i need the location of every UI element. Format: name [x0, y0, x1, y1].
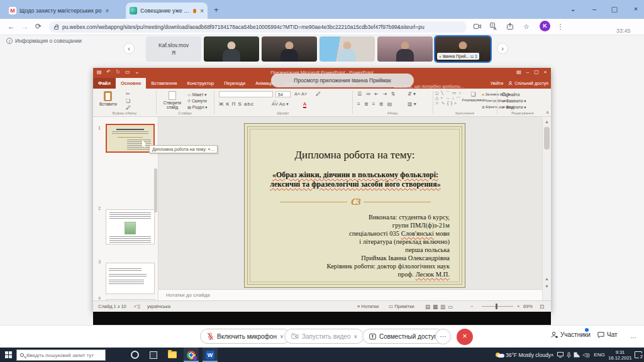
clock[interactable]: 9:31 16.12.2021 — [608, 348, 633, 362]
participant-tile-self[interactable]: Kaf.slov.mov Я — [146, 36, 201, 62]
copy-icon[interactable]: ❏ — [126, 98, 130, 104]
font-name-box[interactable] — [219, 91, 273, 97]
tab-file[interactable]: Файл — [93, 78, 116, 89]
font-size-box[interactable]: 54 — [275, 91, 291, 97]
participant-tile-active-speaker[interactable]: ◖ Іванна Прий... ⊡ 1 — [435, 36, 491, 62]
meeting-info[interactable]: i Информация о совещании — [6, 38, 82, 44]
participant-tile[interactable] — [377, 36, 433, 62]
language-indicator[interactable]: українська — [147, 304, 170, 309]
file-explorer-button[interactable] — [165, 348, 180, 362]
comments-toggle[interactable]: ▭ Примітки — [389, 304, 414, 309]
chevron-down-icon[interactable]: ∨ — [354, 334, 358, 339]
find-button[interactable]: Знайти — [502, 92, 519, 97]
browser-profile-avatar[interactable]: K — [540, 21, 550, 31]
reset-button[interactable]: ↺ Скинути — [187, 98, 207, 104]
collapse-ribbon-icon[interactable]: ∧ — [546, 110, 549, 115]
font-style-buttons[interactable]: Ж К П S abc — [219, 101, 254, 107]
cortana-button[interactable] — [127, 348, 142, 362]
participant-tile[interactable] — [319, 36, 375, 62]
ppt-restore-button[interactable]: ▢ — [532, 69, 541, 75]
unmute-button[interactable]: Включить микрофон ∨ — [200, 329, 291, 344]
ribbon-options-icon[interactable]: ▤ — [514, 69, 523, 75]
more-options-button[interactable]: ··· — [435, 329, 451, 344]
view-buttons[interactable]: ▤▦▥▭ — [425, 304, 455, 310]
spellcheck-icon[interactable]: ✓▯ — [133, 304, 140, 309]
share-content-button[interactable]: Совместный доступ — [362, 329, 445, 344]
word-taskbar-button[interactable]: W — [203, 348, 218, 362]
task-view-button[interactable] — [146, 348, 161, 362]
forward-icon[interactable]: → — [21, 22, 29, 31]
browser-menu-dots-icon[interactable]: ⋮ — [555, 21, 566, 32]
layout-button[interactable]: ▭ Макет ▾ — [187, 92, 206, 97]
list-buttons[interactable]: ☰ ≔ ⇤ ⇥ ⇅ — [357, 91, 396, 97]
character-spacing-icon[interactable]: A︠V︡ Aa ▾ — [272, 101, 289, 107]
slide-thumbnail-1[interactable] — [106, 124, 155, 153]
bookmark-star-icon[interactable]: ☆ — [521, 21, 532, 32]
font-color-icon[interactable]: A — [303, 101, 306, 108]
chrome-taskbar-button[interactable] — [184, 348, 199, 362]
new-slide-button[interactable]: Створити слайд — [160, 91, 185, 109]
weather-icon[interactable] — [494, 348, 506, 362]
zoom-percent[interactable]: 69% — [523, 304, 533, 309]
url-bar[interactable]: pu.webex.com/webappng/sites/pu/meeting/d… — [49, 21, 467, 33]
fit-slide-icon[interactable]: ⊡ — [540, 304, 544, 310]
format-painter-icon[interactable]: 🖉 — [126, 105, 131, 111]
canvas-scrollbar[interactable]: ▲ ▲ ▼ — [542, 118, 550, 300]
ppt-minimize-button[interactable]: – — [523, 69, 532, 75]
ppt-close-button[interactable]: × — [541, 69, 550, 75]
notes-toggle[interactable]: ≡ Нотатки — [357, 304, 379, 309]
window-maximize-button[interactable]: ▢ — [605, 0, 624, 18]
cut-icon[interactable]: ✂ — [126, 91, 130, 97]
strip-scroll-left-button[interactable]: ‹ — [123, 43, 135, 54]
new-tab-button[interactable]: + — [214, 5, 219, 14]
chat-panel-button[interactable]: Чат — [597, 331, 618, 338]
scrollbar-thumb[interactable] — [544, 127, 550, 150]
close-tab-icon[interactable]: × — [200, 8, 204, 14]
select-button[interactable]: ⊳ Виділити ▾ — [502, 104, 526, 110]
keyboard-language[interactable]: ENG — [592, 348, 606, 362]
clear-formatting-icon[interactable]: 🖉 — [316, 91, 321, 97]
network-tray-icon[interactable] — [572, 348, 581, 362]
panel-scrollbar[interactable] — [154, 168, 157, 212]
browser-tab-gmail[interactable]: M Щодо захисту магістерських ро × — [5, 3, 123, 19]
refresh-icon[interactable]: ⟳ — [35, 22, 42, 31]
text-direction-icon[interactable]: ⇵ ▾ — [408, 91, 416, 97]
translate-icon[interactable]: 文 — [488, 21, 499, 32]
tab-design[interactable]: Конструктор — [182, 78, 219, 89]
mic-tray-icon[interactable] — [565, 348, 572, 362]
window-minimize-button[interactable]: – — [585, 0, 604, 18]
previous-slide-button[interactable]: ▲ — [543, 277, 551, 281]
window-close-button[interactable]: × — [626, 0, 644, 18]
paste-button[interactable]: Вставити — [99, 91, 117, 106]
browser-tab-webex[interactable]: Совещание уже проводится × — [126, 3, 208, 19]
participant-tile[interactable] — [204, 36, 259, 62]
strip-scroll-right-button[interactable]: › — [497, 43, 508, 54]
zoom-out-icon[interactable]: − — [470, 304, 473, 309]
tray-expand-icon[interactable]: ∧ — [548, 348, 556, 362]
tab-transitions[interactable]: Переходи — [219, 78, 250, 89]
leave-meeting-button[interactable]: × — [457, 329, 473, 345]
replace-button[interactable]: ⇄ Замінити ▾ — [502, 98, 526, 104]
action-center-button[interactable]: 2 — [633, 348, 644, 362]
section-button[interactable]: ▤ Розділ ▾ — [187, 104, 207, 110]
columns-icon[interactable]: ▥ ▾ — [408, 101, 416, 107]
start-video-button[interactable]: Запустить видео ∨ — [284, 329, 364, 344]
slide-thumbnail-2[interactable] — [106, 209, 155, 244]
sign-in-link[interactable]: Увійти — [491, 81, 503, 85]
participants-panel-button[interactable]: Участники — [551, 331, 591, 338]
zoom-slider[interactable] — [482, 306, 513, 307]
browser-menu-chevron-icon[interactable]: ⌄ — [564, 0, 582, 18]
share-button[interactable]: Спільний доступ — [508, 81, 548, 85]
align-buttons[interactable]: ≡ ≣ ≡ ≣ ▤ — [357, 101, 393, 107]
camera-icon[interactable] — [472, 21, 483, 32]
chevron-down-icon[interactable]: ∨ — [280, 334, 284, 339]
slide-thumbnail-3[interactable] — [106, 263, 155, 294]
grow-font-icon[interactable]: A˄ A˅ — [294, 91, 307, 97]
share-page-icon[interactable] — [504, 21, 516, 32]
pc-tray-icon[interactable] — [556, 348, 565, 362]
search-input[interactable] — [26, 353, 96, 358]
weather-text[interactable]: 36°F Mostly cloudy — [506, 348, 551, 362]
zoom-slider-thumb[interactable] — [496, 304, 497, 309]
tab-home[interactable]: Основне — [116, 78, 146, 89]
next-slide-button[interactable]: ▼ — [543, 284, 551, 288]
